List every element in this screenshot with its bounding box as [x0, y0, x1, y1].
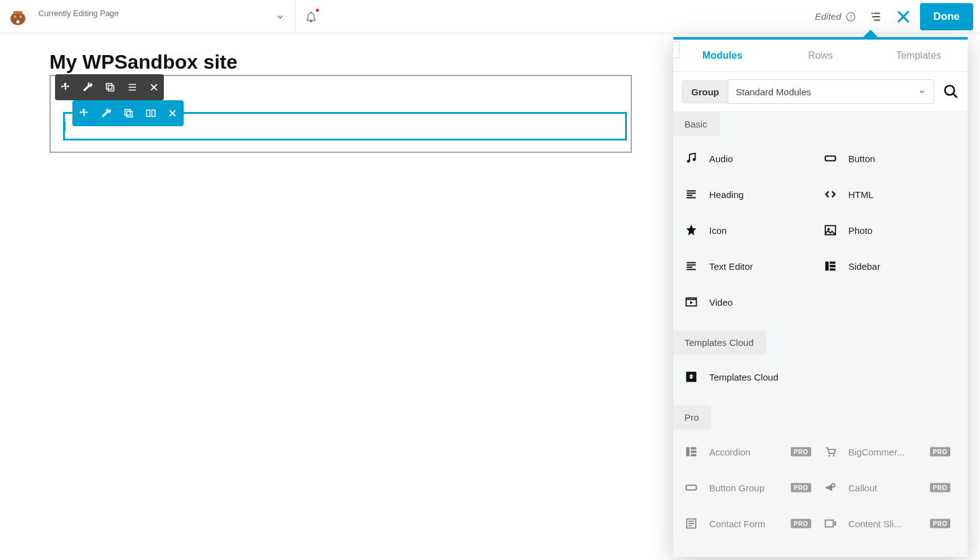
- svg-rect-28: [830, 269, 835, 271]
- module-item-icon[interactable]: Icon: [684, 217, 824, 244]
- module-item-bigcommer-[interactable]: BigCommer...PRO: [824, 438, 963, 465]
- tab-modules[interactable]: Modules: [673, 40, 772, 71]
- section-header-pro: Pro: [673, 405, 711, 429]
- svg-point-20: [687, 160, 690, 163]
- bell-icon: [305, 11, 317, 23]
- button-icon: [684, 481, 699, 494]
- top-bar: Currently Editing Page Edited ? Done: [0, 0, 980, 33]
- column-toolbar[interactable]: [72, 100, 184, 126]
- page-title-dropdown[interactable]: Currently Editing Page: [36, 0, 265, 33]
- svg-rect-15: [125, 110, 130, 115]
- module-item-contact-form[interactable]: Contact FormPRO: [684, 510, 824, 537]
- svg-point-4: [15, 16, 16, 17]
- notifications-button[interactable]: [296, 0, 326, 33]
- help-icon[interactable]: ?: [845, 11, 856, 22]
- sidebar-icon: [824, 259, 838, 273]
- search-icon: [943, 84, 959, 100]
- module-label: Sidebar: [848, 261, 880, 272]
- svg-point-38: [832, 484, 835, 488]
- module-label: Templates Cloud: [709, 372, 778, 382]
- panel-body[interactable]: BasicAudioButtonHeadingHTMLIconPhotoText…: [673, 112, 968, 557]
- module-label: Icon: [709, 225, 726, 236]
- svg-rect-34: [691, 454, 696, 457]
- svg-rect-10: [874, 12, 880, 14]
- copy-icon[interactable]: [104, 82, 116, 93]
- module-item-content-sli-[interactable]: Content Sli...PRO: [824, 510, 963, 537]
- text-lines-icon: [684, 259, 699, 273]
- cart-icon: [824, 445, 838, 459]
- group-toggle[interactable]: Group: [682, 80, 728, 103]
- svg-point-21: [692, 158, 696, 162]
- pro-badge: PRO: [791, 447, 811, 457]
- svg-rect-18: [152, 110, 155, 117]
- bullhorn-icon: [824, 481, 838, 494]
- notification-dot-icon: [316, 9, 319, 12]
- panel-filter-row: Group Standard Modules: [673, 72, 968, 112]
- hamburger-icon[interactable]: [127, 82, 138, 93]
- code-icon: [824, 187, 838, 201]
- svg-rect-31: [686, 447, 690, 457]
- pro-badge: PRO: [930, 447, 950, 457]
- beaver-icon: [7, 6, 29, 28]
- page-menu-chevron[interactable]: [265, 0, 296, 33]
- panel-drag-handle[interactable]: ⋮⋮: [672, 41, 680, 58]
- module-item-templates-cloud[interactable]: Templates Cloud: [684, 363, 824, 390]
- module-item-text-editor[interactable]: Text Editor: [684, 252, 824, 280]
- outline-icon: [869, 10, 883, 24]
- remove-icon[interactable]: [168, 108, 177, 118]
- button-icon: [824, 152, 838, 165]
- module-item-callout[interactable]: CalloutPRO: [824, 474, 963, 501]
- tab-rows[interactable]: Rows: [772, 40, 870, 71]
- svg-point-36: [833, 455, 835, 457]
- module-label: HTML: [848, 189, 874, 200]
- svg-rect-13: [106, 84, 112, 89]
- wrench-icon[interactable]: [101, 108, 112, 119]
- module-label: Audio: [709, 153, 733, 164]
- module-item-heading[interactable]: Heading: [684, 181, 824, 208]
- move-icon[interactable]: [79, 108, 90, 119]
- pro-badge: PRO: [930, 483, 950, 493]
- section-header-basic: Basic: [673, 112, 720, 136]
- svg-rect-41: [834, 521, 836, 525]
- tab-templates[interactable]: Templates: [869, 40, 968, 71]
- column-container[interactable]: [63, 112, 627, 140]
- star-icon: [684, 223, 699, 237]
- search-button[interactable]: [934, 84, 959, 100]
- module-label: Content Sli...: [848, 519, 901, 529]
- module-label: Photo: [848, 225, 872, 236]
- row-toolbar[interactable]: [55, 74, 164, 100]
- module-label: Text Editor: [709, 261, 753, 272]
- module-item-html[interactable]: HTML: [824, 181, 963, 208]
- row-container[interactable]: [49, 75, 632, 153]
- module-item-button-group[interactable]: Button GroupPRO: [684, 474, 824, 501]
- outline-button[interactable]: [863, 0, 890, 33]
- svg-rect-11: [872, 16, 880, 17]
- chevron-down-icon: [918, 87, 926, 96]
- panel-pointer-icon: [863, 30, 878, 37]
- close-panel-button[interactable]: [890, 0, 917, 33]
- module-item-audio[interactable]: Audio: [684, 145, 824, 172]
- module-item-sidebar[interactable]: Sidebar: [824, 252, 963, 280]
- module-item-button[interactable]: Button: [824, 145, 963, 172]
- module-item-photo[interactable]: Photo: [824, 217, 963, 244]
- app-logo: [0, 0, 36, 33]
- columns-icon[interactable]: [145, 108, 156, 119]
- music-icon: [684, 152, 699, 165]
- done-button[interactable]: Done: [920, 3, 974, 30]
- move-icon[interactable]: [60, 82, 71, 93]
- module-item-accordion[interactable]: AccordionPRO: [684, 438, 824, 465]
- remove-icon[interactable]: [149, 82, 159, 92]
- svg-rect-17: [147, 110, 150, 117]
- wrench-icon[interactable]: [82, 82, 93, 93]
- edited-label: Edited: [815, 11, 842, 22]
- svg-rect-22: [825, 156, 836, 160]
- module-filter-select[interactable]: Standard Modules: [728, 79, 934, 104]
- module-item-video[interactable]: Video: [684, 288, 824, 316]
- copy-icon[interactable]: [123, 108, 134, 119]
- module-label: Heading: [709, 189, 744, 200]
- module-label: Button: [848, 153, 875, 164]
- sidebar-icon: [684, 445, 699, 459]
- section-header-templates-cloud: Templates Cloud: [673, 330, 766, 355]
- svg-point-35: [829, 455, 830, 457]
- pro-badge: PRO: [930, 519, 950, 528]
